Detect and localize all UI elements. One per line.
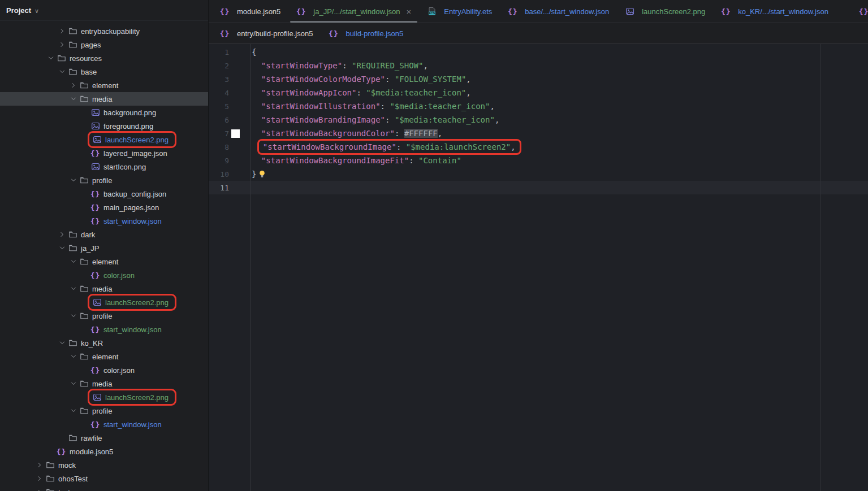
tree-item-element[interactable]: element — [0, 350, 208, 363]
tree-item-rawfile[interactable]: rawfile — [0, 431, 208, 445]
tree-item-start-window-json[interactable]: {}start_window.json — [0, 214, 208, 228]
tree-item-test[interactable]: test — [0, 485, 208, 491]
tree-item-media[interactable]: media — [0, 92, 208, 106]
tree-item-element[interactable]: element — [0, 79, 208, 92]
chevron-right-icon[interactable] — [34, 462, 45, 468]
tree-item-start-window-json[interactable]: {}start_window.json — [0, 323, 208, 336]
intention-bulb-icon[interactable] — [258, 170, 266, 179]
code-line-1[interactable]: 1{ — [209, 45, 868, 59]
tree-item-layered-image-json[interactable]: {}layered_image.json — [0, 146, 208, 160]
code-text[interactable]: "startWindowType": "REQUIRED_SHOW", — [250, 61, 428, 70]
code-line-8[interactable]: 8 "startWindowBackgroundImage": "$media:… — [209, 140, 868, 154]
code-text[interactable]: } — [250, 170, 266, 179]
gutter[interactable]: 10 — [209, 170, 250, 179]
chevron-right-icon[interactable] — [57, 41, 68, 48]
tree-item-start-window-json[interactable]: {}start_window.json — [0, 418, 208, 431]
chevron-down-icon[interactable] — [68, 312, 79, 319]
tab-entry-build-profile-json5[interactable]: {}entry/build-profile.json5 — [212, 23, 321, 44]
chevron-right-icon[interactable] — [57, 28, 68, 34]
tree-item-dark[interactable]: dark — [0, 228, 208, 241]
tree-item-ko-kr[interactable]: ko_KR — [0, 336, 208, 350]
code-text[interactable]: "startWindowBrandingImage": "$media:teac… — [250, 115, 499, 124]
code-text[interactable]: "startWindowBackgroundImage": "$media:la… — [250, 141, 517, 153]
gutter[interactable]: 6 — [209, 116, 250, 124]
gutter[interactable]: 4 — [209, 89, 250, 97]
tab-launchscreen2-png[interactable]: launchScreen2.png — [617, 0, 713, 23]
code-text[interactable]: "startWindowAppIcon": "$media:teacher_ic… — [250, 88, 471, 97]
tree-item-entrybackupability[interactable]: entrybackupability — [0, 24, 208, 38]
code-text[interactable]: "startWindowBackgroundColor": #FFFFFF, — [250, 129, 442, 138]
code-line-2[interactable]: 2 "startWindowType": "REQUIRED_SHOW", — [209, 59, 868, 72]
chevron-down-icon[interactable] — [68, 177, 79, 184]
tree-item-launchscreen2-png[interactable]: launchScreen2.png — [0, 390, 208, 404]
chevron-right-icon[interactable] — [34, 475, 45, 482]
annotation-box: launchScreen2.png — [88, 294, 176, 311]
tree-item-backup-config-json[interactable]: {}backup_config.json — [0, 187, 208, 201]
tree-item-starticon-png[interactable]: startIcon.png — [0, 160, 208, 173]
tree-item-element[interactable]: element — [0, 255, 208, 268]
gutter[interactable]: 7 — [209, 129, 250, 138]
gutter[interactable]: 5 — [209, 102, 250, 111]
chevron-down-icon[interactable] — [68, 407, 79, 414]
chevron-down-icon[interactable] — [68, 353, 79, 360]
tree-item-background-png[interactable]: background.png — [0, 106, 208, 119]
tree-item-mock[interactable]: mock — [0, 458, 208, 472]
tree-item-profile[interactable]: profile — [0, 309, 208, 323]
code-text[interactable]: "startWindowIllustration": "$media:teach… — [250, 102, 495, 111]
tree-item-module-json5[interactable]: {}module.json5 — [0, 445, 208, 458]
gutter[interactable]: 2 — [209, 62, 250, 70]
code-line-9[interactable]: 9 "startWindowBackgroundImageFit": "Cont… — [209, 154, 868, 167]
code-line-6[interactable]: 6 "startWindowBrandingImage": "$media:te… — [209, 113, 868, 127]
chevron-down-icon[interactable] — [68, 258, 79, 265]
code-line-5[interactable]: 5 "startWindowIllustration": "$media:tea… — [209, 99, 868, 113]
project-panel-header[interactable]: Project ∨ — [0, 0, 208, 21]
tab-build-profile-json5[interactable]: {}build-profile.json5 — [321, 23, 411, 44]
chevron-down-icon[interactable] — [57, 245, 68, 251]
chevron-down-icon[interactable] — [57, 340, 68, 346]
chevron-right-icon[interactable] — [34, 489, 45, 491]
chevron-down-icon[interactable] — [68, 285, 79, 292]
code-line-11[interactable]: 11 — [209, 181, 868, 194]
tab-entryability-ets[interactable]: ETSEntryAbility.ets — [419, 0, 500, 23]
tree-item-main-pages-json[interactable]: {}main_pages.json — [0, 201, 208, 214]
code-line-3[interactable]: 3 "startWindowColorModeType": "FOLLOW_SY… — [209, 72, 868, 86]
tree-item-launchscreen2-png[interactable]: launchScreen2.png — [0, 133, 208, 146]
tab-ja-jp-start-window-json[interactable]: {}ja_JP/.../start_window.json× — [288, 0, 419, 23]
code-line-4[interactable]: 4 "startWindowAppIcon": "$media:teacher_… — [209, 86, 868, 99]
tab-partial[interactable]: {} — [856, 0, 868, 23]
tree-item-pages[interactable]: pages — [0, 38, 208, 51]
code-text[interactable]: { — [250, 47, 256, 57]
gutter[interactable]: 8 — [209, 143, 250, 151]
code-line-7[interactable]: 7 "startWindowBackgroundColor": #FFFFFF, — [209, 127, 868, 140]
gutter[interactable]: 11 — [209, 184, 250, 192]
code-line-10[interactable]: 10} — [209, 167, 868, 181]
chevron-down-icon[interactable] — [57, 68, 68, 75]
tree-item-base[interactable]: base — [0, 65, 208, 79]
tab-ko-kr-start-window-json[interactable]: {}ko_KR/.../start_window.json — [713, 0, 836, 23]
chevron-down-icon[interactable] — [68, 95, 79, 102]
tab-module-json5[interactable]: {}module.json5 — [212, 0, 288, 23]
tree-item-launchscreen2-png[interactable]: launchScreen2.png — [0, 296, 208, 309]
gutter[interactable]: 9 — [209, 157, 250, 165]
tree-item-resources[interactable]: resources — [0, 51, 208, 65]
tree-item-label: color.json — [103, 271, 135, 280]
chevron-down-icon[interactable] — [45, 55, 57, 62]
tree-item-color-json[interactable]: {}color.json — [0, 363, 208, 377]
tree-item-ja-jp[interactable]: ja_JP — [0, 241, 208, 255]
json-file-icon: {} — [859, 7, 868, 16]
tree-item-ohostest[interactable]: ohosTest — [0, 472, 208, 485]
color-preview-swatch[interactable] — [231, 129, 240, 138]
tab-base-start-window-json[interactable]: {}base/.../start_window.json — [500, 0, 617, 23]
code-text[interactable]: "startWindowBackgroundImageFit": "Contai… — [250, 156, 461, 165]
close-icon[interactable]: × — [407, 7, 412, 16]
chevron-down-icon[interactable] — [68, 380, 79, 387]
chevron-right-icon[interactable] — [57, 231, 68, 238]
gutter[interactable]: 3 — [209, 75, 250, 84]
tree-item-profile[interactable]: profile — [0, 173, 208, 187]
tree-item-color-json[interactable]: {}color.json — [0, 268, 208, 282]
gutter[interactable]: 1 — [209, 48, 250, 57]
code-text[interactable]: "startWindowColorModeType": "FOLLOW_SYST… — [250, 75, 471, 84]
chevron-right-icon[interactable] — [68, 82, 79, 89]
tree-item-profile[interactable]: profile — [0, 404, 208, 418]
code-editor[interactable]: 1{2 "startWindowType": "REQUIRED_SHOW",3… — [209, 44, 868, 491]
